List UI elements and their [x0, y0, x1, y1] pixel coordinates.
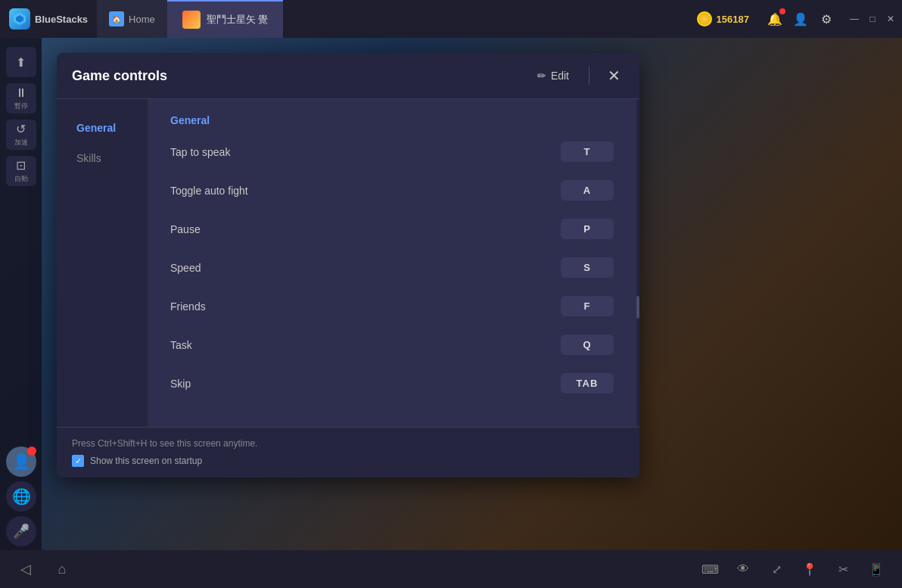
modal-close-button[interactable]: ✕	[603, 65, 624, 86]
modal-overlay: Game controls ✏ Edit ✕ General Skills Ge…	[42, 38, 902, 550]
left-bottom-user-area: 👤 🌐 🎤	[6, 446, 36, 546]
settings-icon[interactable]: ⚙	[819, 11, 834, 26]
speed-icon: ↺	[16, 122, 26, 136]
sidebar-btn-up[interactable]: ⬆	[6, 47, 36, 77]
control-row-task: Task Q	[170, 334, 614, 355]
window-controls: — □ ✕	[843, 14, 902, 24]
general-label: General	[76, 122, 116, 134]
notification-icon[interactable]: 🔔	[767, 11, 782, 26]
bottombar: ◁ ⌂ ⌨ 👁 ⤢ 📍 ✂ 📱	[0, 550, 902, 588]
control-row-friends: Friends F	[170, 296, 614, 316]
pause-label: Pause	[170, 223, 201, 235]
modal-body: General Skills General Tap to speak T To…	[57, 99, 639, 427]
world-button[interactable]: 🌐	[6, 481, 36, 512]
modal-header: Game controls ✏ Edit ✕	[57, 53, 639, 99]
skills-label: Skills	[76, 152, 101, 164]
footer-hint: Press Ctrl+Shift+H to see this screen an…	[72, 438, 624, 449]
scissors-icon[interactable]: ✂	[832, 558, 854, 580]
home-icon: 🏠	[109, 11, 124, 26]
bluestacks-icon	[9, 8, 30, 30]
section-title: General	[170, 114, 614, 126]
control-row-skip: Skip TAB	[170, 373, 614, 394]
header-divider	[589, 67, 589, 85]
edit-label: Edit	[551, 70, 569, 82]
game-tab[interactable]: 聖鬥士星矢 覺	[167, 0, 284, 38]
game-controls-modal: Game controls ✏ Edit ✕ General Skills Ge…	[57, 53, 639, 478]
skip-key[interactable]: TAB	[561, 373, 614, 394]
sidebar-item-general[interactable]: General	[61, 114, 143, 142]
friends-key[interactable]: F	[561, 296, 614, 316]
fullscreen-icon[interactable]: ⤢	[766, 558, 787, 580]
pause-label: 暫停	[14, 101, 28, 111]
coin-amount: 156187	[717, 14, 749, 25]
control-row-tap-to-speak: Tap to speak T	[170, 142, 614, 162]
minimize-button[interactable]: —	[849, 14, 860, 24]
mic-button[interactable]: 🎤	[6, 516, 36, 546]
scrollbar[interactable]	[636, 99, 639, 427]
user-notification-badge	[27, 446, 36, 456]
bluestacks-logo-area: BlueStacks	[0, 8, 97, 30]
coin-display: 156187	[688, 11, 758, 26]
tap-to-speak-key[interactable]: T	[561, 142, 614, 162]
task-label: Task	[170, 339, 192, 351]
pause-key[interactable]: P	[561, 219, 614, 239]
show-on-startup-checkbox[interactable]: ✓	[72, 455, 84, 467]
modal-title: Game controls	[72, 68, 524, 84]
control-row-toggle-auto-fight: Toggle auto fight A	[170, 180, 614, 201]
titlebar: BlueStacks 🏠 Home 聖鬥士星矢 覺 156187 🔔 👤 ⚙ —…	[0, 0, 902, 38]
eye-icon[interactable]: 👁	[732, 558, 754, 580]
location-icon[interactable]: 📍	[799, 558, 820, 580]
bottom-right-icons: ⌨ 👁 ⤢ 📍 ✂ 📱	[699, 558, 887, 580]
home-nav-button[interactable]: ⌂	[51, 558, 73, 580]
modal-content-area: General Tap to speak T Toggle auto fight…	[148, 99, 636, 427]
home-label: Home	[129, 14, 155, 25]
speed-label: Speed	[170, 262, 201, 274]
account-icon[interactable]: 👤	[793, 11, 808, 26]
friends-label: Friends	[170, 300, 206, 313]
app-name-label: BlueStacks	[35, 14, 88, 25]
tap-to-speak-label: Tap to speak	[170, 146, 230, 158]
pencil-icon: ✏	[537, 70, 546, 82]
game-icon	[182, 11, 201, 29]
home-tab[interactable]: 🏠 Home	[97, 0, 167, 38]
skip-label: Skip	[170, 378, 191, 390]
footer-checkbox-row: ✓ Show this screen on startup	[72, 455, 624, 467]
pause-icon: ⏸	[15, 86, 27, 100]
auto-label: 自動	[14, 174, 28, 184]
control-row-pause: Pause P	[170, 219, 614, 239]
up-arrow-icon: ⬆	[16, 55, 26, 70]
sidebar-btn-pause[interactable]: ⏸ 暫停	[6, 83, 36, 114]
show-on-startup-label: Show this screen on startup	[90, 456, 202, 466]
game-title: 聖鬥士星矢 覺	[207, 13, 269, 26]
toggle-auto-fight-key[interactable]: A	[561, 180, 614, 201]
edit-button[interactable]: ✏ Edit	[531, 67, 575, 85]
toggle-auto-fight-label: Toggle auto fight	[170, 185, 248, 197]
bottom-nav: ◁ ⌂	[15, 558, 73, 580]
back-button[interactable]: ◁	[15, 558, 36, 580]
modal-footer: Press Ctrl+Shift+H to see this screen an…	[57, 427, 639, 478]
sidebar-btn-auto[interactable]: ⊡ 自動	[6, 156, 36, 186]
coin-icon	[697, 11, 712, 26]
speed-label: 加速	[14, 138, 28, 148]
scroll-thumb	[636, 296, 639, 319]
close-button[interactable]: ✕	[885, 14, 896, 24]
auto-icon: ⊡	[16, 158, 26, 173]
notification-badge	[779, 8, 785, 14]
user-avatar[interactable]: 👤	[6, 446, 36, 477]
modal-sidebar: General Skills	[57, 99, 148, 427]
keyboard-icon[interactable]: ⌨	[699, 558, 720, 580]
speed-key[interactable]: S	[561, 257, 614, 278]
titlebar-icons: 🔔 👤 ⚙	[758, 11, 843, 26]
sidebar-btn-speed[interactable]: ↺ 加速	[6, 120, 36, 150]
maximize-button[interactable]: □	[867, 14, 878, 24]
phone-icon[interactable]: 📱	[866, 558, 887, 580]
control-row-speed: Speed S	[170, 257, 614, 278]
sidebar-item-skills[interactable]: Skills	[61, 145, 143, 172]
task-key[interactable]: Q	[561, 334, 614, 355]
